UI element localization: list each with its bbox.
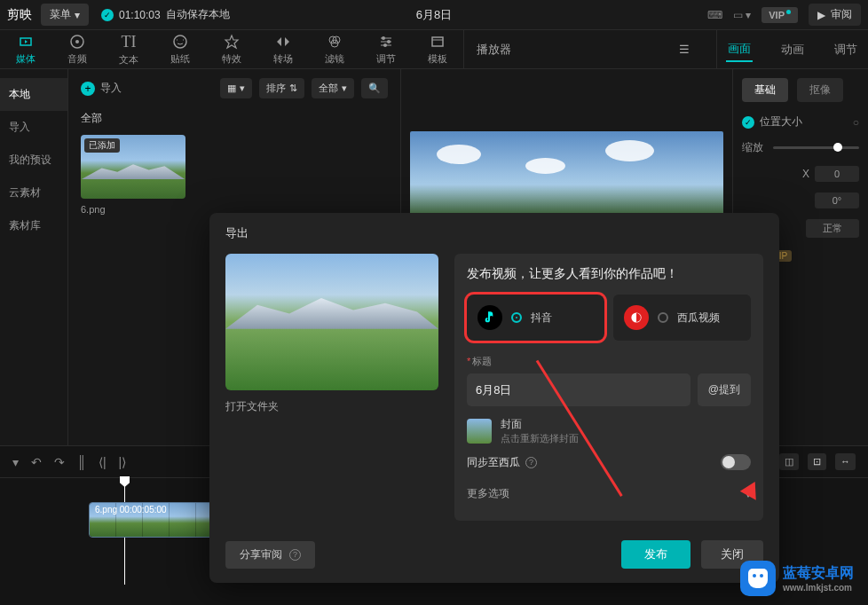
search-button[interactable]: 🔍	[361, 78, 388, 98]
platform-xigua[interactable]: 西瓜视频	[613, 295, 751, 341]
play-box-icon: ▶	[817, 9, 825, 21]
sidebar-item-library[interactable]: 素材库	[0, 209, 67, 242]
menu-dropdown[interactable]: 菜单 ▾	[41, 4, 89, 26]
import-button[interactable]: + 导入	[81, 81, 122, 96]
title-bar: 剪映 菜单 ▾ ✓ 01:10:03 自动保存本地 6月8日 ⌨ ▭ ▾ VIP…	[0, 0, 868, 30]
player-preview[interactable]	[410, 131, 724, 220]
sidebar-item-import[interactable]: 导入	[0, 111, 67, 144]
svg-point-7	[382, 36, 385, 40]
help-icon[interactable]: ?	[525, 457, 537, 468]
search-icon: 🔍	[368, 82, 381, 94]
tool-effects[interactable]: 特效	[206, 30, 257, 68]
watermark: 蓝莓安卓网 www.lmkjst.com	[740, 561, 854, 596]
rotation-input[interactable]: 0°	[815, 192, 859, 208]
filter-icon	[326, 33, 343, 51]
scale-label: 缩放	[742, 140, 773, 155]
main-toolbar: 媒体 音频 TI 文本 贴纸 特效 转场 滤镜 调节 模板 播放器 ☰ 画面 动…	[0, 30, 868, 69]
xigua-icon	[624, 305, 649, 330]
review-button[interactable]: ▶ 审阅	[809, 4, 861, 26]
tool-audio[interactable]: 音频	[51, 30, 103, 68]
more-options[interactable]: 更多选项 ▾	[467, 479, 751, 508]
media-icon	[17, 33, 35, 51]
left-sidebar: 本地 导入 我的预设 云素材 素材库	[0, 69, 68, 445]
sort-button[interactable]: 排序 ⇅	[259, 78, 304, 98]
subtab-cutout[interactable]: 抠像	[797, 78, 843, 102]
svg-point-2	[75, 40, 79, 43]
tool-text[interactable]: TI 文本	[103, 30, 154, 68]
tool-transition[interactable]: 转场	[257, 30, 309, 68]
select-tool[interactable]: ▾	[12, 455, 19, 469]
project-title[interactable]: 6月8日	[416, 7, 452, 23]
platform-douyin[interactable]: 抖音	[467, 295, 604, 341]
autosave-status: ✓ 01:10:03 自动保存本地	[101, 7, 230, 22]
publish-button[interactable]: 发布	[621, 540, 690, 569]
tool-adjust[interactable]: 调节	[360, 30, 412, 68]
check-icon: ✓	[101, 9, 114, 21]
svg-point-3	[174, 35, 186, 48]
cover-thumb	[467, 419, 492, 444]
cover-label: 封面	[501, 417, 579, 432]
plus-icon: +	[81, 82, 95, 96]
mention-button[interactable]: @提到	[698, 373, 751, 406]
chevron-down-icon: ▾	[746, 488, 751, 500]
added-badge: 已添加	[84, 138, 120, 153]
template-icon	[429, 33, 446, 51]
watermark-url: www.lmkjst.com	[783, 583, 854, 593]
tab-animation[interactable]: 动画	[779, 38, 806, 61]
tl-tool-4[interactable]: ↔	[835, 453, 856, 470]
publish-header: 发布视频，让更多人看到你的作品吧！	[467, 266, 751, 282]
sidebar-item-local[interactable]: 本地	[0, 78, 67, 111]
tool-media[interactable]: 媒体	[0, 30, 51, 68]
undo-button[interactable]: ↶	[31, 455, 42, 469]
tl-tool-3[interactable]: ⊡	[808, 453, 826, 470]
tool-filter[interactable]: 滤镜	[309, 30, 360, 68]
tool-sticker[interactable]: 贴纸	[154, 30, 206, 68]
text-icon: TI	[122, 33, 137, 51]
open-folder-link[interactable]: 打开文件夹	[225, 399, 438, 414]
help-icon[interactable]: ?	[289, 549, 301, 561]
grid-icon: ▦	[227, 82, 236, 94]
modal-title: 导出	[209, 213, 779, 254]
app-name: 剪映	[7, 7, 32, 23]
effects-icon	[223, 33, 241, 51]
split-tool[interactable]: ║	[77, 455, 86, 469]
douyin-icon	[477, 305, 502, 330]
filter-button[interactable]: 全部 ▾	[312, 78, 354, 98]
redo-button[interactable]: ↷	[54, 455, 65, 469]
watermark-brand: 蓝莓安卓网	[783, 564, 854, 583]
svg-rect-10	[432, 37, 443, 46]
trim-left-tool[interactable]: ⟨|	[99, 455, 107, 469]
pos-x-label: X	[802, 168, 809, 180]
adjust-icon	[377, 33, 395, 51]
scale-slider[interactable]	[773, 146, 859, 149]
tab-adjust[interactable]: 调节	[832, 38, 859, 61]
vip-badge[interactable]: VIP	[761, 7, 798, 23]
radio-off	[658, 312, 668, 323]
tl-tool-2[interactable]: ◫	[779, 453, 799, 470]
layout-icon[interactable]: ▭ ▾	[733, 9, 751, 21]
player-label: 播放器	[477, 42, 511, 58]
keyboard-icon[interactable]: ⌨	[707, 9, 722, 21]
share-review-button[interactable]: 分享审阅 ?	[225, 541, 315, 569]
radio-on	[511, 312, 522, 323]
grid-view-button[interactable]: ▦ ▾	[220, 78, 252, 98]
asset-thumb[interactable]: 已添加 6.png	[81, 135, 185, 215]
sidebar-item-cloud[interactable]: 云素材	[0, 177, 67, 209]
export-modal: 导出 打开文件夹 发布视频，让更多人看到你的作品吧！ 抖音	[209, 213, 779, 583]
check-icon[interactable]: ✓	[742, 116, 754, 129]
tab-visual[interactable]: 画面	[726, 37, 753, 62]
sidebar-item-presets[interactable]: 我的预设	[0, 144, 67, 177]
pos-x-input[interactable]: 0	[815, 166, 859, 182]
watermark-icon	[740, 561, 776, 596]
subtab-basic[interactable]: 基础	[742, 78, 788, 102]
trim-right-tool[interactable]: |⟩	[119, 455, 127, 469]
blend-mode[interactable]: 正常	[806, 219, 859, 238]
reset-icon[interactable]: ○	[853, 116, 859, 129]
cover-selector[interactable]: 封面 点击重新选择封面	[467, 417, 751, 445]
hamburger-icon[interactable]: ☰	[665, 43, 704, 56]
tool-template[interactable]: 模板	[412, 30, 463, 68]
svg-point-8	[387, 40, 391, 43]
title-field-label: *标题	[467, 355, 751, 368]
sync-toggle[interactable]	[721, 454, 751, 470]
title-input[interactable]	[467, 373, 690, 406]
